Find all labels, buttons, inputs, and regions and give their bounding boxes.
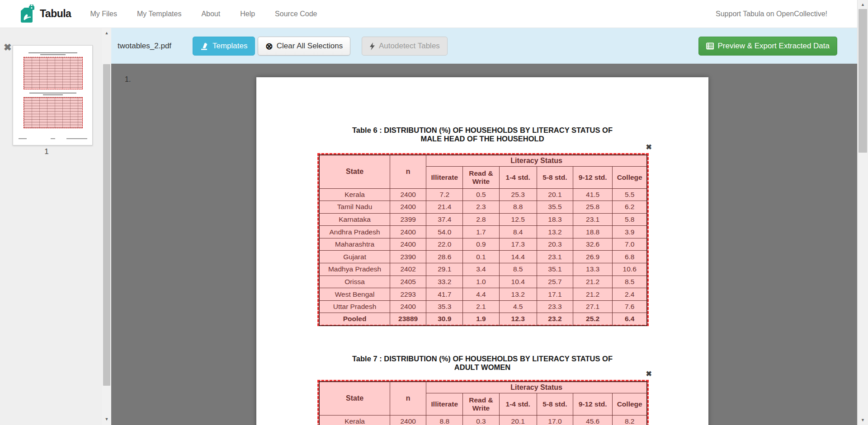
table-cell: 17.0 [537, 415, 573, 425]
nav-item-my-files[interactable]: My Files [90, 10, 117, 18]
table-cell: 2402 [390, 263, 426, 276]
brand-title: Tabula [40, 8, 71, 20]
table-cell: 5.5 [613, 188, 647, 201]
scroll-down-icon[interactable]: ▼ [858, 418, 868, 422]
nav-item-help[interactable]: Help [240, 10, 255, 18]
nav-item-my-templates[interactable]: My Templates [137, 10, 181, 18]
page-number-label: 1. [125, 75, 131, 84]
table-cell: 1.9 [463, 313, 499, 326]
scroll-down-icon[interactable]: ▼ [102, 417, 111, 421]
table-cell: 23.2 [537, 313, 573, 326]
page-1-thumbnail[interactable] [13, 45, 93, 145]
table-cell: West Bengal [319, 288, 390, 301]
selection-table6[interactable]: ✖ StatenLiteracy StatusIlliterateRead & … [317, 153, 649, 326]
table-cell: 2293 [390, 288, 426, 301]
pdf-page-1[interactable]: Table 6 : DISTRIBUTION (%) OF HOUSEHOLDS… [256, 77, 708, 425]
table-cell: 33.2 [426, 276, 463, 288]
thumb-footer-bar [66, 138, 87, 139]
table-cell: Karnataka [319, 213, 390, 226]
clear-all-selections-button[interactable]: ⊗ Clear All Selections [258, 37, 350, 56]
thumb-title-bar [29, 93, 76, 93]
table-row: Madhya Pradesh240229.13.48.535.113.310.6 [319, 263, 647, 276]
pdf-viewer: 1. Table 6 : DISTRIBUTION (%) OF HOUSEHO… [111, 64, 857, 425]
window-scrollbar[interactable]: ▲ ▼ [857, 0, 868, 425]
table-cell: 2400 [390, 188, 426, 201]
nav-menu: My Files My Templates About Help Source … [90, 10, 317, 18]
table-cell: 12.3 [499, 313, 537, 326]
autodetect-tables-button[interactable]: Autodetect Tables [362, 37, 448, 56]
table-cell: 1-4 std. [499, 393, 537, 415]
table-cell: 35.3 [426, 300, 463, 313]
table-cell: 8.2 [613, 415, 647, 425]
table-row: Orissa240533.21.010.425.721.28.5 [319, 276, 647, 288]
table-cell: 32.6 [573, 238, 612, 251]
sidebar-scrollbar-thumb[interactable] [103, 64, 110, 386]
table-cell: 5-8 std. [537, 166, 573, 188]
table-cell: 0.1 [463, 251, 499, 263]
table-cell: n [390, 155, 426, 188]
table-cell: 30.9 [426, 313, 463, 326]
lightning-icon [369, 42, 375, 50]
table-cell: 14.4 [499, 251, 537, 263]
table-cell: College [613, 393, 647, 415]
clear-label: Clear All Selections [277, 42, 343, 51]
tabula-logo-icon [20, 5, 35, 23]
table-cell: 8.5 [499, 263, 537, 276]
navbar: Tabula My Files My Templates About Help … [0, 0, 857, 28]
table-cell: Pooled [319, 313, 390, 326]
table-cell: 27.1 [573, 300, 612, 313]
selection-table7[interactable]: ✖ StatenLiteracy StatusIlliterateRead & … [317, 380, 649, 425]
table-cell: Gujarat [319, 251, 390, 263]
table-cell: 18.8 [573, 226, 612, 238]
table-cell: 29.1 [426, 263, 463, 276]
table-cell: 7.6 [613, 300, 647, 313]
tabula-app: Tabula My Files My Templates About Help … [0, 0, 868, 425]
table-cell: 35.1 [537, 263, 573, 276]
brand[interactable]: Tabula [20, 5, 71, 23]
table-cell: n [390, 382, 426, 415]
table-cell: 1-4 std. [499, 166, 537, 188]
table-cell: 13.3 [573, 263, 612, 276]
table-cell: 28.6 [426, 251, 463, 263]
table-cell: 18.3 [537, 213, 573, 226]
thumb-selection-1 [24, 57, 83, 89]
templates-button[interactable]: Templates [193, 37, 255, 56]
support-link[interactable]: Support Tabula on OpenCollective! [716, 10, 857, 18]
nav-item-source-code[interactable]: Source Code [275, 10, 317, 18]
table-cell: 21.2 [573, 288, 612, 301]
table-cell: Illiterate [426, 393, 463, 415]
table-cell: 13.2 [537, 226, 573, 238]
table-cell: 23.1 [573, 213, 612, 226]
table-row: Uttar Pradesh240035.32.14.523.327.17.6 [319, 300, 647, 313]
thumb-title-bar [43, 94, 63, 95]
table-cell: 25.3 [499, 188, 537, 201]
table-cell: 2.8 [463, 213, 499, 226]
preview-export-button[interactable]: Preview & Export Extracted Data [698, 37, 837, 56]
table6: StatenLiteracy StatusIlliterateRead & Wr… [319, 154, 647, 325]
remove-file-button[interactable]: ✖ [4, 42, 12, 52]
table6-title-line1: Table 6 : DISTRIBUTION (%) OF HOUSEHOLDS… [256, 126, 708, 135]
table-cell: Tamil Nadu [319, 201, 390, 214]
toolbar: twotables_2.pdf Templates ⊗ Clear All Se… [111, 28, 857, 64]
table-cell: 2.4 [613, 288, 647, 301]
table-cell: 2400 [390, 238, 426, 251]
sidebar-scrollbar[interactable]: ▲ ▼ [102, 28, 111, 425]
table-cell: 21.4 [426, 201, 463, 214]
table-icon [706, 42, 714, 50]
window-scrollbar-thumb[interactable] [859, 9, 867, 153]
table-row: Gujarat239028.60.114.423.126.96.8 [319, 251, 647, 263]
scroll-up-icon[interactable]: ▲ [858, 2, 868, 7]
table-cell: 2.1 [463, 300, 499, 313]
close-selection-icon[interactable]: ✖ [646, 143, 652, 151]
table7: StatenLiteracy StatusIlliterateRead & Wr… [319, 381, 647, 425]
table-cell: 10.4 [499, 276, 537, 288]
table-cell: 54.0 [426, 226, 463, 238]
table7-title-line2: ADULT WOMEN [256, 363, 708, 372]
table-cell: State [319, 155, 390, 188]
close-selection-icon[interactable]: ✖ [646, 369, 652, 378]
table-cell: 5.8 [613, 213, 647, 226]
thumb-title-bar [40, 54, 66, 55]
table-cell: Madhya Pradesh [319, 263, 390, 276]
scroll-up-icon[interactable]: ▲ [102, 31, 111, 35]
nav-item-about[interactable]: About [201, 10, 220, 18]
